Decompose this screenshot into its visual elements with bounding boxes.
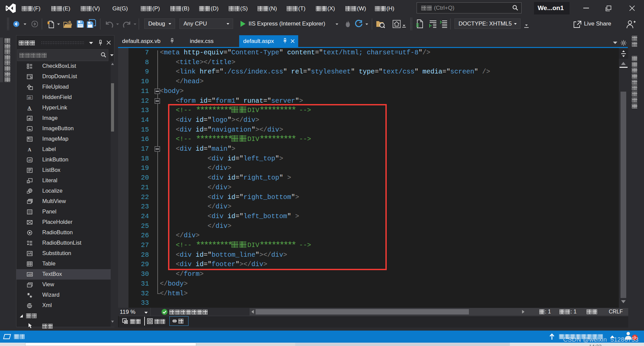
svg-text:ab: ab	[28, 158, 32, 162]
svg-text:A: A	[28, 105, 31, 111]
svg-text:!: !	[31, 303, 32, 306]
svg-text:ab: ab	[28, 96, 31, 99]
svg-text:A: A	[28, 147, 32, 152]
svg-text:ab: ab	[28, 273, 31, 276]
